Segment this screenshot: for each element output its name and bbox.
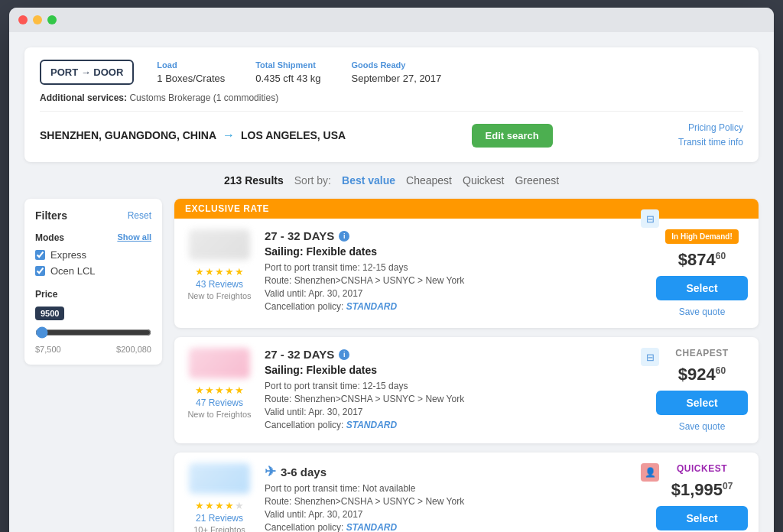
cancellation-standard-3: STANDARD (346, 522, 397, 532)
port-transit-3: Port to port transit time: Not available (265, 483, 645, 494)
route-text: SHENZHEN, GUANGDONG, CHINA → LOS ANGELES… (40, 128, 346, 142)
search-top: PORT → DOOR Load 1 Boxes/Crates Total Sh… (40, 60, 743, 85)
transit-time-link[interactable]: Transit time info (678, 135, 743, 150)
sort-greenest[interactable]: Greenest (515, 174, 559, 187)
filters-title: Filters (35, 209, 67, 222)
info-icon-1[interactable]: i (339, 231, 349, 242)
ocen-lcl-checkbox[interactable]: Ocen LCL (35, 265, 151, 277)
card-pricing-3: QUICKEST $1,99507 Select Save quote (656, 463, 748, 532)
card-details-2: 27 - 32 DAYS i Sailing: Flexible dates P… (265, 348, 645, 433)
carrier-logo-1: ★★★★★ 43 Reviews New to Freightos (185, 229, 254, 300)
close-dot[interactable] (18, 15, 28, 24)
show-all-link[interactable]: Show all (117, 232, 151, 242)
results-count: 213 Results (224, 174, 284, 187)
info-icon-2[interactable]: i (339, 349, 349, 360)
price-min: $7,500 (35, 345, 61, 354)
shipment-value: 0.435 cft 43 kg (255, 73, 320, 84)
sailing-type-1: Sailing: Flexible dates (265, 245, 645, 258)
load-group: Load 1 Boxes/Crates (157, 60, 225, 85)
new-to-2: New to Freightos (185, 410, 254, 419)
filters-panel: Filters Reset Modes Show all Express Oce… (24, 199, 162, 365)
goods-label: Goods Ready (352, 60, 442, 70)
pricing-policy-link[interactable]: Pricing Policy (678, 121, 743, 135)
reviews-link-2[interactable]: 47 Reviews (185, 397, 254, 408)
result-card-1: EXCLUSIVE RATE ★★★★★ 43 Reviews New to F… (174, 199, 759, 328)
reviews-link-3[interactable]: 21 Reviews (185, 513, 254, 524)
transit-days-2: 27 - 32 DAYS i (265, 348, 645, 361)
exclusive-banner-1: EXCLUSIVE RATE (174, 199, 759, 219)
price-section: Price 9500 $7,500 $200,080 (35, 289, 151, 354)
card-inner-3: ★★★★★ 21 Reviews 10+ Freightos Shipments… (174, 453, 759, 532)
load-value: 1 Boxes/Crates (157, 73, 225, 84)
price-slider[interactable] (35, 326, 151, 339)
card-pricing-2: CHEAPEST $92460 Select Save quote (656, 348, 748, 432)
save-quote-1[interactable]: Save quote (679, 307, 726, 317)
price-2: $92460 (678, 365, 726, 384)
load-label: Load (157, 60, 225, 70)
port-transit-1: Port to port transit time: 12-15 days (265, 262, 645, 273)
bookmark-2: ⊟ (641, 348, 659, 366)
port-transit-2: Port to port transit time: 12-15 days (265, 381, 645, 391)
edit-search-button[interactable]: Edit search (472, 124, 553, 148)
valid-until-3: Valid until: Apr. 30, 2017 (265, 509, 645, 520)
select-button-2[interactable]: Select (656, 391, 748, 415)
results-list: EXCLUSIVE RATE ★★★★★ 43 Reviews New to F… (174, 199, 759, 532)
app-window: PORT → DOOR Load 1 Boxes/Crates Total Sh… (9, 8, 774, 532)
cancellation-1: Cancellation policy: STANDARD (265, 301, 645, 312)
logo-img-3 (189, 463, 250, 494)
sort-quickest[interactable]: Quickest (463, 174, 504, 187)
main-layout: Filters Reset Modes Show all Express Oce… (24, 199, 759, 532)
search-box: PORT → DOOR Load 1 Boxes/Crates Total Sh… (24, 47, 759, 162)
bookmark-icon-2[interactable]: ⊟ (641, 348, 659, 366)
bookmark-1: ⊟ (641, 209, 659, 228)
titlebar (9, 8, 774, 32)
card-inner-1: ★★★★★ 43 Reviews New to Freightos 27 - 3… (174, 219, 759, 328)
goods-group: Goods Ready September 27, 2017 (352, 60, 442, 85)
result-card-3: ★★★★★ 21 Reviews 10+ Freightos Shipments… (174, 453, 759, 532)
user-icon-3[interactable]: 👤 (641, 463, 659, 482)
route-2: Route: Shenzhen>CNSHA > USNYC > New York (265, 394, 645, 404)
transit-days-1: 27 - 32 DAYS i (265, 229, 645, 242)
logo-img-1 (189, 229, 250, 260)
additional-value: Customs Brokerage (1 commodities) (129, 92, 278, 103)
express-checkbox[interactable]: Express (35, 249, 151, 261)
ocen-lcl-label: Ocen LCL (50, 265, 96, 277)
select-button-3[interactable]: Select (656, 506, 748, 530)
express-checkbox-input[interactable] (35, 250, 45, 260)
select-button-1[interactable]: Select (656, 276, 748, 300)
minimize-dot[interactable] (33, 15, 42, 24)
price-3: $1,99507 (671, 480, 733, 500)
valid-until-1: Valid until: Apr. 30, 2017 (265, 288, 645, 299)
card-inner-2: ★★★★★ 47 Reviews New to Freightos 27 - 3… (174, 337, 759, 443)
shipment-group: Total Shipment 0.435 cft 43 kg (255, 60, 320, 85)
card-pricing-1: In High Demand! $87460 Select Save quote (656, 229, 748, 317)
stars-2: ★★★★★ (185, 384, 254, 396)
save-quote-2[interactable]: Save quote (679, 421, 726, 432)
quickest-label-3: QUICKEST (677, 463, 727, 474)
maximize-dot[interactable] (47, 15, 57, 24)
destination-text: LOS ANGELES, USA (241, 129, 346, 141)
shipments-3: 10+ Freightos Shipments (185, 525, 254, 532)
port-door-button[interactable]: PORT → DOOR (40, 60, 134, 85)
carrier-logo-3: ★★★★★ 21 Reviews 10+ Freightos Shipments (185, 463, 254, 532)
ocen-lcl-checkbox-input[interactable] (35, 266, 45, 276)
reset-link[interactable]: Reset (128, 210, 151, 221)
price-badge: 9500 (35, 307, 64, 320)
main-content: PORT → DOOR Load 1 Boxes/Crates Total Sh… (9, 32, 774, 532)
route-3: Route: Shenzhen>CNSHA > USNYC > New York (265, 496, 645, 507)
card-details-3: ✈ 3-6 days Port to port transit time: No… (265, 463, 645, 532)
reviews-link-1[interactable]: 43 Reviews (185, 279, 254, 290)
sailing-type-2: Sailing: Flexible dates (265, 364, 645, 376)
route-1: Route: Shenzhen>CNSHA > USNYC > New York (265, 275, 645, 286)
search-meta: Load 1 Boxes/Crates Total Shipment 0.435… (157, 60, 743, 85)
price-max: $200,080 (116, 345, 151, 354)
result-card-2: ★★★★★ 47 Reviews New to Freightos 27 - 3… (174, 337, 759, 443)
bookmark-icon-1[interactable]: ⊟ (641, 209, 659, 228)
price-1: $87460 (678, 250, 726, 270)
results-bar: 213 Results Sort by: Best value Cheapest… (24, 174, 759, 187)
cheapest-label-2: CHEAPEST (675, 348, 728, 358)
sort-cheapest[interactable]: Cheapest (406, 174, 452, 187)
sort-best-value[interactable]: Best value (342, 174, 395, 187)
filters-header: Filters Reset (35, 209, 151, 222)
express-label: Express (50, 249, 86, 261)
